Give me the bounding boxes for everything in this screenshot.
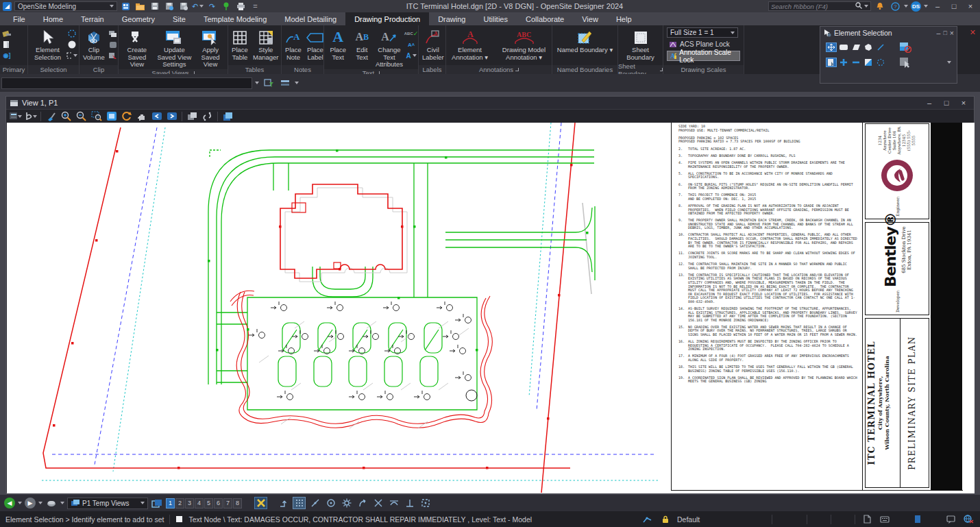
display-style-icon[interactable]	[24, 110, 37, 122]
ribbon-tab[interactable]: Drawing Production	[345, 12, 429, 25]
customize-toolbar-icon[interactable]: =	[249, 1, 261, 12]
pin-icon[interactable]	[221, 1, 232, 12]
active-level-label[interactable]: Default	[677, 515, 766, 524]
view-restore-button[interactable]: □	[940, 97, 953, 108]
drawing-scale-select[interactable]: Full Size 1 = 1	[667, 27, 738, 38]
window-area-icon[interactable]	[90, 110, 103, 122]
es-individual-mode-icon[interactable]	[826, 42, 837, 52]
temp-views-dropdown[interactable]: P1 Temp Views	[67, 498, 148, 509]
view-previous-icon[interactable]	[150, 110, 163, 122]
view-display-caret-icon[interactable]	[60, 502, 64, 504]
drawing-model-annotation-button[interactable]: ABC Drawing Model Annotation ▾	[498, 27, 550, 62]
es-circle-mode-icon[interactable]	[863, 42, 874, 52]
snap-tangent-icon[interactable]	[387, 497, 400, 509]
select-fence-icon[interactable]	[66, 29, 77, 38]
zoom-in-icon[interactable]	[60, 110, 73, 122]
es-new-selection-icon[interactable]	[898, 41, 912, 53]
redo-icon[interactable]: ↷	[206, 1, 218, 12]
adjust-view-brush-icon[interactable]	[45, 110, 58, 122]
view-title-bar[interactable]: View 1, P1 – □ ×	[6, 97, 974, 109]
view-number-button[interactable]: 8	[233, 498, 242, 508]
explorer-icon[interactable]	[1, 29, 12, 38]
snap-center-icon[interactable]	[324, 497, 337, 509]
apply-saved-view-button[interactable]: Apply Saved View	[195, 27, 226, 69]
view-next-icon[interactable]	[165, 110, 178, 122]
element-selection-button[interactable]: Element Selection	[29, 27, 66, 62]
annotation-scale-lock-toggle[interactable]: A Annotation Scale Lock	[667, 51, 740, 61]
view-display-mode-icon[interactable]	[45, 498, 58, 508]
clip-volume-button[interactable]: Clip Volume	[81, 27, 107, 62]
clip-tools-icon[interactable]	[108, 40, 119, 49]
ribbon-search-input[interactable]: Search Ribbon (F4)	[768, 1, 871, 11]
building-outline[interactable]	[280, 184, 402, 278]
dialog-maximize-button[interactable]: □	[943, 29, 946, 36]
create-saved-view-button[interactable]: Create Saved View	[120, 27, 154, 69]
keyin-caret-icon[interactable]	[255, 82, 259, 84]
snap-intersection-icon[interactable]	[371, 497, 384, 509]
keyin-input[interactable]	[1, 77, 252, 89]
es-block-mode-icon[interactable]	[838, 42, 849, 52]
ribbon-tab[interactable]: Collaborate	[517, 12, 573, 25]
snap-mode-status-icon[interactable]	[641, 514, 654, 525]
user-avatar[interactable]: DS	[911, 1, 921, 12]
es-clear-mode-icon[interactable]	[875, 58, 886, 67]
update-saved-view-button[interactable]: Update Saved View Settings	[155, 27, 194, 69]
workspace-dropdown[interactable]: OpenSite Modeling	[14, 1, 117, 11]
ribbon-tab[interactable]: Terrain	[72, 12, 113, 25]
style-manager-button[interactable]: Style Manager	[251, 27, 281, 62]
view-number-button[interactable]: 3	[185, 498, 194, 508]
ribbon-tab[interactable]: Utilities	[475, 12, 517, 25]
view-toggles-icon[interactable]	[151, 498, 163, 508]
sheet-boundary-button[interactable]: Sheet Boundary	[620, 27, 661, 62]
text-case-icon[interactable]: AA	[406, 40, 417, 49]
view-sync-icon[interactable]	[201, 110, 214, 122]
snap-perpendicular-icon[interactable]	[403, 497, 416, 509]
ribbon-tab[interactable]: File	[4, 12, 34, 25]
spell-check-icon[interactable]: ABC✓	[406, 29, 417, 38]
view-flag-icon[interactable]	[221, 110, 234, 122]
element-annotation-button[interactable]: A Element Annotation ▾	[448, 27, 492, 62]
clip-mask-icon[interactable]	[108, 29, 119, 38]
account-caret-icon[interactable]	[924, 5, 928, 8]
pan-view-icon[interactable]	[135, 110, 148, 122]
level-filter-icon[interactable]	[262, 77, 275, 89]
ribbon-tab[interactable]: Home	[34, 12, 72, 25]
ribbon-tab[interactable]: Template Modeling	[195, 12, 275, 25]
snap-bisector-icon[interactable]	[356, 497, 369, 509]
drawing-canvas[interactable]: SIDE YARD: 10 PROPOSED USE: MULTI-TENANT…	[7, 123, 975, 493]
es-add-mode-icon[interactable]	[838, 58, 849, 67]
undo-view-icon[interactable]: ◀	[4, 498, 15, 508]
accudraw-toggle-icon[interactable]	[254, 497, 267, 509]
keyboard-status-icon[interactable]	[879, 514, 891, 525]
document-status-icon[interactable]	[911, 514, 924, 525]
save-as-icon[interactable]	[163, 1, 175, 12]
snap-multisnap-icon[interactable]	[419, 497, 432, 509]
ribbon-tab[interactable]: Help	[607, 12, 641, 25]
view-number-button[interactable]: 1	[166, 498, 175, 508]
snap-origin-icon[interactable]	[340, 497, 353, 509]
undo-icon[interactable]: ↶	[192, 1, 204, 12]
view-number-button[interactable]: 6	[214, 498, 223, 508]
place-table-button[interactable]: Place Table	[230, 27, 250, 62]
es-smart-mode-icon[interactable]	[826, 58, 837, 67]
redo-view-icon[interactable]: ▶	[25, 498, 36, 508]
place-note-button[interactable]: A Place Note	[283, 27, 304, 62]
connection-offline-icon[interactable]	[962, 514, 975, 525]
restore-button[interactable]: □	[947, 1, 961, 12]
ribbon-tab[interactable]: Site	[164, 12, 195, 25]
dialog-close-button[interactable]: ×	[950, 29, 954, 37]
view-number-button[interactable]: 5	[204, 498, 213, 508]
level-display-icon[interactable]: ◉]	[1, 51, 12, 60]
ribbon-tab[interactable]: Geometry	[113, 12, 164, 25]
close-ribbon-panel-icon[interactable]: ✕	[970, 28, 976, 37]
level-caret-icon[interactable]	[295, 82, 299, 84]
save-settings-icon[interactable]	[177, 1, 189, 12]
es-line-mode-icon[interactable]	[875, 42, 886, 52]
snap-keypoint-icon[interactable]	[293, 497, 306, 509]
change-text-attributes-button[interactable]: A Change Text Attributes	[373, 27, 405, 69]
dialog-minimize-button[interactable]: –	[937, 29, 941, 37]
models-icon[interactable]	[1, 40, 12, 49]
zoom-out-icon[interactable]	[75, 110, 88, 122]
close-button[interactable]: ×	[964, 1, 977, 12]
ribbon-tab[interactable]: Model Detailing	[275, 12, 345, 25]
